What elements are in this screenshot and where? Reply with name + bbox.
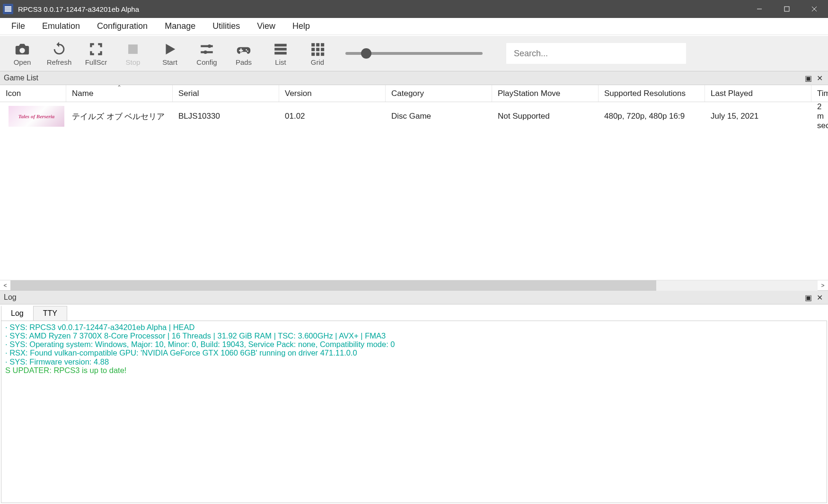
log-tabs: Log TTY — [0, 304, 828, 321]
svg-rect-4 — [784, 7, 789, 11]
column-resolutions[interactable]: Supported Resolutions — [599, 85, 705, 102]
menu-manage[interactable]: Manage — [156, 18, 204, 34]
list-icon — [273, 41, 289, 57]
svg-rect-7 — [128, 44, 138, 54]
menu-file[interactable]: File — [3, 18, 34, 34]
table-row[interactable]: Tales of Berseria テイルズ オブ ベルセリア BLJS1033… — [0, 102, 828, 130]
svg-rect-21 — [321, 52, 324, 56]
column-move[interactable]: PlayStation Move — [492, 85, 599, 102]
start-button[interactable]: Start — [151, 36, 188, 70]
slider-thumb[interactable] — [361, 48, 371, 59]
camera-icon — [14, 41, 30, 57]
svg-rect-12 — [274, 52, 287, 54]
log-line: ·­ SYS: AMD Ryzen 7 3700X 8-Core Process… — [5, 331, 823, 340]
menu-view[interactable]: View — [248, 18, 284, 34]
log-line: ·­ RSX: Found vulkan-compatible GPU: 'NV… — [5, 348, 823, 357]
gamelist-panel-header: Game List ▣ ✕ — [0, 71, 828, 85]
scroll-track[interactable] — [10, 280, 818, 291]
svg-rect-18 — [321, 48, 324, 51]
log-content[interactable]: ·­ SYS: RPCS3 v0.0.17-12447-a34201eb Alp… — [1, 321, 827, 503]
tab-tty[interactable]: TTY — [33, 306, 67, 321]
menu-bar: File Emulation Configuration Manage Util… — [0, 18, 828, 35]
scroll-right-icon[interactable]: > — [818, 280, 828, 291]
tab-log[interactable]: Log — [1, 305, 34, 321]
popout-icon[interactable]: ▣ — [803, 74, 813, 83]
gamelist-header-row: Icon Name Serial Version Category PlaySt… — [0, 85, 828, 102]
column-time-played[interactable]: Tim — [811, 85, 828, 102]
column-name[interactable]: Name — [66, 85, 173, 102]
svg-point-8 — [208, 44, 211, 48]
svg-point-9 — [204, 50, 207, 53]
gamelist-title: Game List — [4, 74, 38, 82]
menu-utilities[interactable]: Utilities — [204, 18, 248, 34]
scroll-thumb[interactable] — [10, 280, 656, 291]
grid-button[interactable]: Grid — [299, 36, 336, 70]
svg-rect-16 — [311, 48, 315, 51]
grid-icon — [309, 41, 326, 57]
close-icon[interactable]: ✕ — [815, 74, 824, 83]
toolbar: Open Refresh FullScr Stop Start Config P… — [0, 35, 828, 71]
svg-rect-1 — [5, 9, 11, 10]
log-title: Log — [4, 293, 17, 302]
svg-rect-2 — [5, 10, 11, 12]
stop-icon — [125, 41, 141, 57]
game-version: 01.02 — [279, 112, 386, 121]
fullscreen-icon — [88, 41, 104, 57]
log-line: ·­ SYS: Firmware version: 4.88 — [5, 357, 823, 366]
icon-size-slider[interactable] — [345, 52, 483, 55]
window-title: RPCS3 0.0.17-12447-a34201eb Alpha — [18, 5, 746, 13]
search-input[interactable] — [506, 43, 686, 64]
minimize-button[interactable] — [746, 0, 773, 18]
pads-button[interactable]: Pads — [225, 36, 262, 70]
svg-rect-11 — [274, 48, 287, 51]
column-last-played[interactable]: Last Played — [705, 85, 811, 102]
close-button[interactable] — [801, 0, 828, 18]
list-button[interactable]: List — [262, 36, 299, 70]
column-version[interactable]: Version — [279, 85, 386, 102]
game-serial: BLJS10330 — [173, 112, 279, 121]
game-icon-cell: Tales of Berseria — [0, 106, 66, 127]
game-icon: Tales of Berseria — [9, 106, 64, 127]
svg-rect-15 — [321, 43, 324, 46]
close-icon[interactable]: ✕ — [815, 293, 824, 302]
sliders-icon — [199, 41, 215, 57]
column-category[interactable]: Category — [386, 85, 492, 102]
refresh-button[interactable]: Refresh — [41, 36, 78, 70]
game-time-played: 2 m sec — [811, 102, 828, 130]
svg-rect-14 — [316, 43, 319, 46]
maximize-button[interactable] — [773, 0, 801, 18]
fullscreen-button[interactable]: FullScr — [78, 36, 115, 70]
game-name: テイルズ オブ ベルセリア — [66, 111, 173, 122]
stop-button[interactable]: Stop — [115, 36, 151, 70]
log-panel-header: Log ▣ ✕ — [0, 290, 828, 304]
game-category: Disc Game — [386, 112, 492, 121]
svg-rect-0 — [5, 6, 11, 8]
game-move: Not Supported — [492, 112, 599, 121]
game-last-played: July 15, 2021 — [705, 112, 811, 121]
log-line: S UPDATER: RPCS3 is up to date! — [5, 366, 823, 374]
column-serial[interactable]: Serial — [173, 85, 279, 102]
horizontal-scrollbar[interactable]: < > — [0, 280, 828, 290]
menu-configuration[interactable]: Configuration — [88, 18, 156, 34]
gamepad-icon — [236, 41, 252, 57]
scroll-left-icon[interactable]: < — [0, 280, 10, 291]
column-icon[interactable]: Icon — [0, 85, 66, 102]
menu-emulation[interactable]: Emulation — [34, 18, 88, 34]
game-resolutions: 480p, 720p, 480p 16:9 — [599, 112, 705, 121]
log-line: ·­ SYS: Operating system: Windows, Major… — [5, 340, 823, 348]
config-button[interactable]: Config — [188, 36, 225, 70]
svg-rect-20 — [316, 52, 319, 56]
svg-rect-17 — [316, 48, 319, 51]
log-line: ·­ SYS: RPCS3 v0.0.17-12447-a34201eb Alp… — [5, 323, 823, 331]
title-bar: RPCS3 0.0.17-12447-a34201eb Alpha — [0, 0, 828, 18]
menu-help[interactable]: Help — [284, 18, 318, 34]
svg-rect-13 — [311, 43, 315, 46]
refresh-icon — [51, 41, 67, 57]
app-icon — [3, 4, 13, 14]
popout-icon[interactable]: ▣ — [803, 293, 813, 302]
gamelist-body: Tales of Berseria テイルズ オブ ベルセリア BLJS1033… — [0, 102, 828, 280]
svg-rect-10 — [274, 43, 287, 46]
svg-rect-19 — [311, 52, 315, 56]
play-icon — [162, 41, 178, 57]
open-button[interactable]: Open — [4, 36, 41, 70]
